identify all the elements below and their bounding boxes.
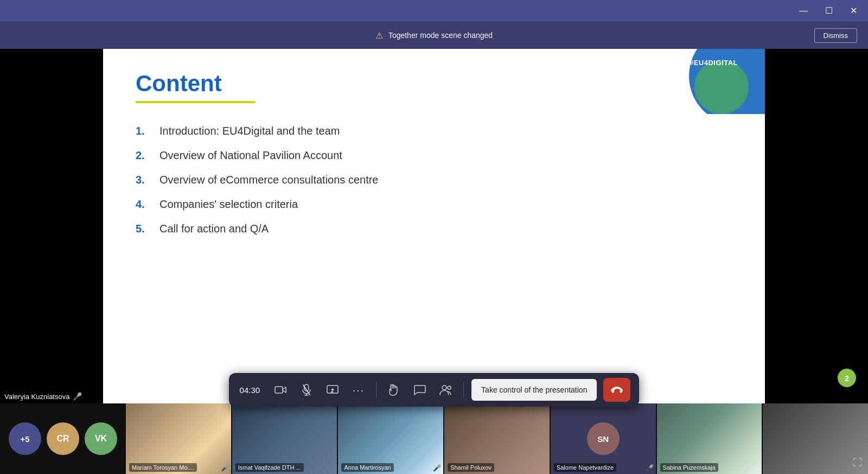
list-item: 3. Overview of eCommerce consultations c… (136, 174, 732, 186)
svg-point-6 (442, 385, 446, 390)
video-label-5: Salome Napetvardize (554, 463, 616, 472)
notification-text: Together mode scene changed (388, 31, 493, 40)
list-text-3: Overview of eCommerce consultations cent… (159, 174, 379, 186)
video-strip: +5 CR VK Mariam Torosyan Mo.... 🎤 Ismat … (0, 403, 868, 474)
end-call-button[interactable] (603, 378, 630, 402)
slide-list: 1. Introduction: EU4Digital and the team… (136, 125, 732, 235)
expand-icon[interactable]: ⛶ (853, 457, 863, 469)
window-controls: — ☐ ✕ (795, 4, 861, 17)
participants-button[interactable] (434, 378, 458, 402)
video-tile-1: Mariam Torosyan Mo.... 🎤 (126, 403, 231, 474)
list-text-2: Overview of National Pavilion Account (159, 149, 342, 162)
toolbar-separator-1 (376, 382, 376, 397)
notification-bar: ⚠ Together mode scene changed Dismiss (0, 22, 868, 49)
share-screen-button[interactable] (321, 378, 344, 402)
video-label-1: Mariam Torosyan Mo.... (129, 463, 197, 472)
participant-count-badge: 2 (838, 369, 856, 387)
list-text-1: Introduction: EU4Digital and the team (159, 125, 340, 137)
list-item: 2. Overview of National Pavilion Account (136, 149, 732, 162)
dismiss-button[interactable]: Dismiss (814, 28, 858, 43)
mic-icon-5: 🎤 (646, 464, 654, 472)
list-item: 5. Call for action and Q/A (136, 223, 732, 235)
svg-rect-0 (275, 387, 283, 393)
mic-icon-1: 🎤 (221, 464, 229, 472)
video-label-4: Shamil Poluxov (448, 463, 494, 472)
timer-display: 04:30 (238, 385, 267, 395)
slide-container: #EU4DIGITAL Content 1. Introduction: EU4… (103, 49, 765, 403)
video-tile-2: Ismat Vaqifzade DTH ... (232, 403, 337, 474)
list-num-3: 3. (136, 174, 151, 186)
hashtag: #EU4DIGITAL (690, 59, 738, 67)
meeting-toolbar: 04:30 ··· (229, 373, 640, 407)
right-panel (765, 49, 868, 403)
list-text-5: Call for action and Q/A (159, 223, 269, 235)
video-tile-7 (763, 403, 868, 474)
list-item: 4. Companies' selection criteria (136, 198, 732, 211)
camera-button[interactable] (269, 378, 292, 402)
video-label-3: Anna Martirosyan (341, 463, 393, 472)
video-tiles: Mariam Torosyan Mo.... 🎤 Ismat Vaqifzade… (126, 403, 868, 474)
participant-vk-avatar[interactable]: VK (85, 422, 117, 455)
list-num-5: 5. (136, 223, 151, 235)
list-num-4: 4. (136, 198, 151, 211)
participant-cr-avatar[interactable]: CR (47, 422, 79, 455)
avatar-section: +5 CR VK (0, 422, 126, 455)
toolbar-area: 04:30 ··· (0, 376, 868, 403)
list-num-1: 1. (136, 125, 151, 137)
deco-circle-green (694, 60, 749, 114)
toolbar-separator-2 (463, 382, 464, 397)
video-tile-4: Shamil Poluxov (444, 403, 550, 474)
mute-button[interactable] (295, 378, 318, 402)
participant-sn-avatar: SN (587, 422, 620, 455)
take-control-button[interactable]: Take control of the presentation (471, 379, 597, 401)
video-tile-5: SN Salome Napetvardize 🎤 (551, 403, 656, 474)
list-text-4: Companies' selection criteria (159, 198, 298, 211)
raise-hand-button[interactable] (382, 378, 406, 402)
left-panel (0, 49, 103, 403)
list-num-2: 2. (136, 149, 151, 162)
maximize-button[interactable]: ☐ (821, 4, 837, 17)
slide-title-underline (136, 101, 255, 103)
video-tile-6: Sabina Puzemskaja (657, 403, 762, 474)
list-item: 1. Introduction: EU4Digital and the team (136, 125, 732, 137)
warning-icon: ⚠ (375, 30, 383, 41)
more-button[interactable]: ··· (347, 378, 371, 402)
slide-title: Content (136, 71, 732, 97)
title-bar: — ☐ ✕ (0, 0, 868, 22)
main-area: #EU4DIGITAL Content 1. Introduction: EU4… (0, 49, 868, 403)
close-button[interactable]: ✕ (846, 4, 861, 17)
more-participants-avatar[interactable]: +5 (9, 422, 41, 455)
chat-button[interactable] (408, 378, 432, 402)
slide-decoration: #EU4DIGITAL (656, 49, 765, 114)
video-tile-3: Anna Martirosyan 🎤 (338, 403, 443, 474)
video-label-2: Ismat Vaqifzade DTH ... (235, 463, 304, 472)
svg-point-7 (448, 386, 451, 389)
mic-icon-3: 🎤 (433, 464, 441, 472)
minimize-button[interactable]: — (795, 4, 812, 17)
video-label-6: Sabina Puzemskaja (660, 463, 718, 472)
